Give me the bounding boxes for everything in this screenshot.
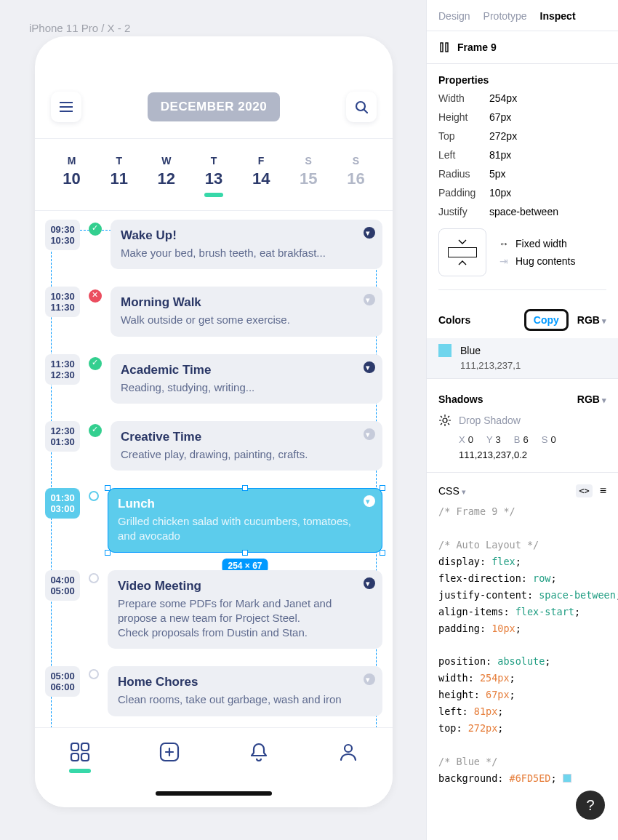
resize-fixed-width[interactable]: ↔ Fixed width bbox=[498, 235, 576, 252]
event-status[interactable] bbox=[89, 424, 102, 437]
color-row[interactable]: Blue 111,213,237,1 bbox=[427, 338, 618, 379]
event-time[interactable]: 12:3001:30 bbox=[45, 421, 80, 452]
event-title: Home Chores bbox=[118, 675, 372, 689]
property-row[interactable]: Width254px bbox=[427, 89, 618, 108]
event-status[interactable] bbox=[89, 289, 102, 303]
expand-icon[interactable] bbox=[364, 428, 375, 440]
colors-title: Colors bbox=[438, 314, 470, 326]
phone-topbar: DECEMBER 2020 bbox=[35, 73, 393, 139]
event-status[interactable] bbox=[89, 357, 102, 370]
expand-icon[interactable] bbox=[364, 673, 375, 685]
day-14[interactable]: F14 bbox=[238, 155, 285, 197]
question-icon: ? bbox=[586, 797, 594, 814]
inspector-tab-design[interactable]: Design bbox=[438, 10, 470, 22]
copy-button[interactable]: Copy bbox=[524, 309, 569, 331]
event-title: Academic Time bbox=[121, 363, 372, 377]
property-row[interactable]: Top272px bbox=[427, 127, 618, 145]
event-row: 09:3010:30Wake Up!Make your bed, brush t… bbox=[35, 211, 393, 278]
inspector-tab-inspect[interactable]: Inspect bbox=[540, 10, 576, 22]
property-row[interactable]: Height67px bbox=[427, 108, 618, 127]
plus-square-icon bbox=[158, 741, 180, 763]
event-time[interactable]: 01:3003:00 bbox=[45, 488, 80, 519]
event-desc: Grilled chicken salad with cucumbers, to… bbox=[118, 514, 372, 544]
inspector-tab-prototype[interactable]: Prototype bbox=[483, 10, 527, 22]
event-time[interactable]: 09:3010:30 bbox=[45, 220, 80, 250]
expand-icon[interactable] bbox=[364, 495, 375, 507]
resizing-constraints: ↔ Fixed width ⇥ Hug contents bbox=[438, 228, 606, 290]
day-16[interactable]: S16 bbox=[332, 155, 380, 197]
event-card[interactable]: Home ChoresClean rooms, take out garbage… bbox=[108, 666, 382, 716]
chevron-down-icon bbox=[458, 239, 467, 245]
user-icon bbox=[337, 741, 359, 763]
event-time[interactable]: 10:3011:30 bbox=[45, 287, 80, 317]
css-code[interactable]: /* Frame 9 */ /* Auto Layout */ display:… bbox=[427, 503, 618, 787]
event-title: Morning Walk bbox=[121, 295, 372, 310]
resize-hug-contents[interactable]: ⇥ Hug contents bbox=[498, 252, 576, 270]
event-card[interactable]: LunchGrilled chicken salad with cucumber… bbox=[108, 488, 382, 553]
event-card[interactable]: Academic TimeReading, studying, writing.… bbox=[111, 354, 382, 404]
event-status[interactable] bbox=[89, 223, 102, 236]
selection-name-row: Frame 9 bbox=[427, 31, 618, 64]
shadow-row[interactable]: Drop Shadow bbox=[427, 409, 618, 431]
event-time[interactable]: 04:0005:00 bbox=[45, 570, 80, 601]
tab-dashboard[interactable] bbox=[69, 741, 91, 773]
arrows-in-icon: ⇥ bbox=[498, 255, 510, 267]
svg-point-9 bbox=[443, 418, 447, 423]
day-15[interactable]: S15 bbox=[285, 155, 332, 197]
event-desc: Prepare some PDFs for Mark and Janet and… bbox=[118, 596, 372, 641]
colors-header: Colors Copy RGB bbox=[427, 302, 618, 338]
day-11[interactable]: T11 bbox=[95, 155, 143, 197]
bell-icon bbox=[248, 741, 270, 763]
shadow-offsets: X0 Y3 B6 S0 bbox=[427, 431, 618, 447]
event-row: 05:0006:00Home ChoresClean rooms, take o… bbox=[35, 657, 393, 724]
property-row[interactable]: Justifyspace-between bbox=[427, 202, 618, 221]
event-status[interactable] bbox=[89, 491, 99, 501]
property-row[interactable]: Padding10px bbox=[427, 183, 618, 202]
tab-bar bbox=[35, 727, 393, 807]
properties-title: Properties bbox=[427, 64, 618, 89]
design-canvas[interactable]: iPhone 11 Pro / X - 2 DECEMBER 2020 M10T… bbox=[0, 0, 426, 840]
event-title: Video Meeting bbox=[118, 579, 372, 593]
menu-button[interactable] bbox=[51, 92, 81, 122]
expand-icon[interactable] bbox=[364, 577, 375, 589]
tab-notifications[interactable] bbox=[248, 741, 270, 763]
event-status[interactable] bbox=[89, 669, 99, 679]
event-row: 01:3003:00LunchGrilled chicken salad wit… bbox=[35, 479, 393, 561]
month-picker[interactable]: DECEMBER 2020 bbox=[148, 92, 280, 121]
search-button[interactable] bbox=[346, 92, 377, 122]
svg-rect-1 bbox=[71, 743, 79, 751]
event-status[interactable] bbox=[89, 573, 99, 583]
color-format-dropdown[interactable]: RGB bbox=[577, 314, 606, 326]
svg-rect-3 bbox=[71, 753, 79, 761]
property-row[interactable]: Left81px bbox=[427, 145, 618, 164]
expand-icon[interactable] bbox=[364, 361, 375, 373]
day-12[interactable]: W12 bbox=[143, 155, 190, 197]
shadow-format-dropdown[interactable]: RGB bbox=[577, 393, 606, 405]
event-card[interactable]: Video MeetingPrepare some PDFs for Mark … bbox=[108, 570, 382, 649]
property-row[interactable]: Radius5px bbox=[427, 164, 618, 183]
event-time[interactable]: 11:3012:30 bbox=[45, 354, 80, 385]
event-card[interactable]: Wake Up!Make your bed, brush teeth, eat … bbox=[111, 220, 382, 269]
expand-icon[interactable] bbox=[364, 227, 375, 239]
css-format-dropdown[interactable]: CSS bbox=[438, 485, 466, 497]
svg-point-0 bbox=[356, 102, 365, 111]
event-desc: Make your bed, brush teeth, eat brakfast… bbox=[121, 246, 372, 260]
event-desc: Walk outside or get some exercise. bbox=[121, 313, 372, 327]
constraint-diagram[interactable] bbox=[438, 228, 486, 276]
day-13[interactable]: T13 bbox=[190, 155, 237, 197]
event-row: 10:3011:30Morning WalkWalk outside or ge… bbox=[35, 278, 393, 345]
code-icon[interactable]: <> bbox=[576, 484, 592, 497]
inspector-tabs: DesignPrototypeInspect bbox=[427, 0, 618, 31]
day-10[interactable]: M10 bbox=[48, 155, 95, 197]
event-desc: Creative play, drawing, painting, crafts… bbox=[121, 447, 372, 462]
tab-profile[interactable] bbox=[337, 741, 359, 763]
event-card[interactable]: Morning WalkWalk outside or get some exe… bbox=[111, 287, 382, 336]
help-button[interactable]: ? bbox=[576, 791, 605, 820]
phone-frame: DECEMBER 2020 M10T11W12T13F14S15S16 09:3… bbox=[35, 36, 393, 807]
event-card[interactable]: Creative TimeCreative play, drawing, pai… bbox=[111, 421, 382, 471]
tab-add[interactable] bbox=[158, 741, 180, 763]
event-time[interactable]: 05:0006:00 bbox=[45, 666, 80, 697]
frame-label: iPhone 11 Pro / X - 2 bbox=[29, 22, 130, 34]
list-icon[interactable]: ≡ bbox=[600, 484, 606, 497]
expand-icon[interactable] bbox=[364, 294, 375, 305]
